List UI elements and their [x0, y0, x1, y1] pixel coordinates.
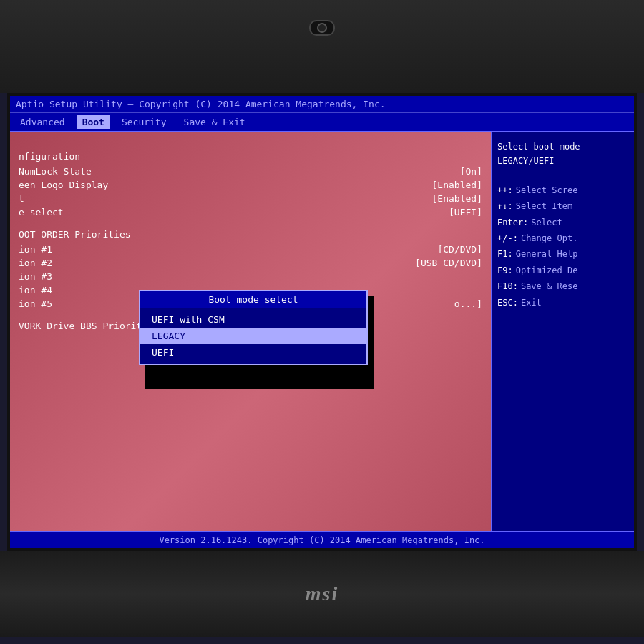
- help-text: Select boot mode LEGACY/UEFI ++: Select …: [497, 140, 628, 310]
- help-f1: F1: General Help: [497, 247, 628, 261]
- bottom-bar: Version 2.16.1243. Copyright (C) 2014 Am…: [10, 531, 634, 548]
- boot-option-1: ion #1 [CD/DVD]: [19, 244, 482, 255]
- help-f10: F10: Save & Rese: [497, 279, 628, 293]
- bios-screen: Aptio Setup Utility – Copyright (C) 2014…: [7, 93, 637, 551]
- version-text: Version 2.16.1243. Copyright (C) 2014 Am…: [159, 535, 484, 545]
- menu-item-boot[interactable]: Boot: [77, 115, 110, 129]
- laptop-top-bezel: [0, 0, 644, 93]
- popup-option-legacy[interactable]: LEGACY: [140, 328, 366, 344]
- popup-box: Boot mode select UEFI with CSM LEGACY UE…: [139, 290, 368, 365]
- section-configuration: nfiguration: [19, 151, 482, 162]
- boot-option-3: ion #3: [19, 271, 482, 282]
- help-esc: ESC: Exit: [497, 296, 628, 310]
- help-select-item: ↑↓: Select Item: [497, 199, 628, 213]
- setting-logo-display: een Logo Display [Enabled]: [19, 180, 482, 190]
- help-enter-select: Enter: Select: [497, 215, 628, 230]
- help-change-opt: +/-: Change Opt.: [497, 231, 628, 245]
- left-panel: nfiguration NumLock State [On] een Logo …: [10, 132, 491, 531]
- popup-option-uefi-csm[interactable]: UEFI with CSM: [140, 311, 366, 328]
- section-boot-order: OOT ORDER Priorities: [19, 229, 482, 240]
- menu-item-advanced[interactable]: Advanced: [14, 115, 71, 129]
- right-panel: Select boot mode LEGACY/UEFI ++: Select …: [491, 132, 634, 531]
- popup-option-uefi[interactable]: UEFI: [140, 344, 366, 361]
- setting-t: t [Enabled]: [19, 193, 482, 204]
- help-f9: F9: Optimized De: [497, 263, 628, 278]
- boot-mode-popup: Boot mode select UEFI with CSM LEGACY UE…: [139, 290, 368, 365]
- title-bar: Aptio Setup Utility – Copyright (C) 2014…: [10, 96, 634, 113]
- laptop-bottom-bezel: msi: [0, 551, 644, 637]
- menu-item-security[interactable]: Security: [116, 115, 172, 129]
- popup-options: UEFI with CSM LEGACY UEFI: [140, 308, 366, 364]
- main-content: nfiguration NumLock State [On] een Logo …: [10, 132, 634, 531]
- popup-title: Boot mode select: [140, 291, 366, 308]
- right-panel-desc: Select boot mode LEGACY/UEFI: [497, 140, 628, 169]
- setting-mode-select: e select [UEFI]: [19, 207, 482, 218]
- help-select-screen: ++: Select Scree: [497, 183, 628, 197]
- title-text: Aptio Setup Utility – Copyright (C) 2014…: [16, 99, 386, 109]
- boot-option-2: ion #2 [USB CD/DVD]: [19, 258, 482, 268]
- setting-numlock: NumLock State [On]: [19, 166, 482, 177]
- webcam: [309, 20, 335, 36]
- bios-container: Aptio Setup Utility – Copyright (C) 2014…: [10, 96, 634, 548]
- brand-logo: msi: [306, 582, 338, 605]
- menu-bar: Advanced Boot Security Save & Exit: [10, 113, 634, 132]
- menu-item-save-exit[interactable]: Save & Exit: [178, 115, 251, 129]
